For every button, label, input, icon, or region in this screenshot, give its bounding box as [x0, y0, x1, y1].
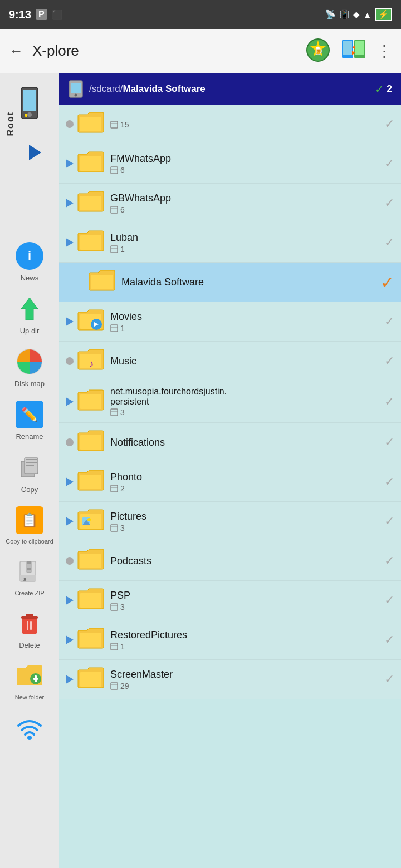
signal-icon: ◆	[353, 9, 360, 19]
folder-icon-malavida	[88, 268, 116, 296]
svg-point-32	[27, 736, 32, 740]
file-item-podcasts[interactable]: Podcasts ✓	[59, 541, 401, 581]
file-item-screenmaster[interactable]: ScreenMaster 29 ✓	[59, 660, 401, 699]
checkmark-netmusopia: ✓	[384, 394, 394, 409]
path-text: /sdcard/Malavida Software	[89, 83, 206, 95]
file-item-psp[interactable]: PSP 3 ✓	[59, 581, 401, 620]
svg-rect-56	[80, 394, 101, 409]
svg-rect-39	[80, 156, 101, 171]
svg-rect-46	[111, 246, 118, 253]
sidebar-item-createzip[interactable]: 8 Create ZIP	[0, 551, 59, 601]
svg-rect-27	[27, 621, 28, 630]
file-info-podcasts: Podcasts	[110, 555, 384, 567]
sidebar-updir-label: Up dir	[20, 327, 40, 335]
checkmark-phonto: ✓	[384, 475, 394, 489]
file-item-notifications[interactable]: Notifications ✓	[59, 423, 401, 462]
file-item-movies[interactable]: Movies 1 ✓	[59, 302, 401, 342]
wifi-status-icon: ▲	[363, 10, 371, 19]
svg-rect-74	[111, 643, 118, 650]
path-phone-icon	[68, 80, 84, 98]
sidebar-item-copy-clipboard[interactable]: 📋 Copy to clipboard	[0, 499, 59, 550]
file-info-notifications: Notifications	[110, 437, 384, 448]
file-item-phonto[interactable]: Phonto 2 ✓	[59, 462, 401, 502]
svg-rect-18	[20, 575, 36, 581]
filemeta-fmwhatsapp: 6	[110, 166, 384, 175]
copy-icon	[16, 453, 43, 481]
menu-button[interactable]: ⋮	[376, 42, 392, 60]
svg-rect-43	[111, 206, 118, 213]
sidebar-item-wifi[interactable]	[0, 706, 59, 748]
path-header: /sdcard/Malavida Software ✓ 2	[59, 73, 401, 105]
newfolder-icon	[16, 662, 43, 690]
filename-fmwhatsapp: FMWhatsApp	[110, 153, 384, 165]
sidebar-copy-label: Copy	[21, 485, 38, 494]
svg-rect-45	[80, 235, 101, 250]
badge-icon: 🍺	[305, 37, 331, 63]
svg-rect-60	[80, 475, 101, 489]
svg-rect-70	[80, 593, 101, 608]
sidebar-item-updir[interactable]: Up dir	[0, 288, 59, 339]
parking-icon: P	[36, 9, 47, 20]
play-arrow-icon	[66, 159, 74, 168]
svg-rect-15	[26, 462, 37, 463]
sidebar-clipboard-label: Copy to clipboard	[6, 538, 53, 545]
back-button[interactable]: ←	[9, 42, 23, 60]
sidebar-item-copy[interactable]: Copy	[0, 446, 59, 498]
filemeta-gbwhatsapp: 6	[110, 205, 384, 214]
filename-malavida: Malavida Software	[121, 277, 380, 288]
folder-icon-music: ♪	[77, 347, 105, 375]
play-arrow-pictures	[66, 517, 74, 526]
file-item-netmusopia[interactable]: net.musopia.fourchordsjustin.persistent …	[59, 381, 401, 423]
folder-icon-netmusopia	[77, 388, 105, 416]
folder-icon-0	[77, 110, 105, 138]
bullet-podcasts	[66, 557, 74, 565]
file-item-malavida[interactable]: Malavida Software ✓	[59, 263, 401, 302]
sidebar-item-rename[interactable]: ✏️ Rename	[0, 393, 59, 445]
file-item-gbwhatsapp[interactable]: GBWhatsApp 6 ✓	[59, 184, 401, 223]
app-title: X-plore	[32, 42, 296, 60]
file-info-malavida: Malavida Software	[121, 277, 380, 288]
svg-rect-76	[80, 672, 101, 687]
play-arrow-phonto	[66, 477, 74, 486]
svg-rect-4	[343, 41, 352, 55]
file-item-luban[interactable]: Luban 1 ✓	[59, 223, 401, 263]
bullet-notifications	[66, 438, 74, 446]
sidebar-diskmap-label: Disk map	[14, 379, 45, 388]
sidebar-news-label: News	[21, 274, 39, 282]
file-info-music: Music	[110, 356, 384, 367]
sidebar-item-news[interactable]: i News	[0, 235, 59, 287]
svg-rect-6	[355, 41, 364, 55]
folder-icon-podcasts	[77, 547, 105, 575]
folder-icon-notifications	[77, 428, 105, 456]
sidebar-item-newfolder[interactable]: New folder	[0, 655, 59, 705]
svg-text:🍺: 🍺	[314, 46, 324, 56]
file-item-fmwhatsapp[interactable]: FMWhatsApp 6 ✓	[59, 144, 401, 184]
sidebar-item-delete[interactable]: Delete	[0, 602, 59, 654]
file-item-0[interactable]: 15 ✓	[59, 105, 401, 144]
sidebar-newfolder-label: New folder	[15, 694, 45, 701]
svg-text:♪: ♪	[89, 358, 94, 369]
play-arrow-restoredpictures	[66, 635, 74, 644]
top-bar-icons: 🍺 ⋮	[305, 37, 392, 65]
file-item-pictures[interactable]: Pictures 3 ✓	[59, 502, 401, 541]
zip-icon: 8	[16, 558, 43, 586]
badge-button[interactable]: 🍺	[305, 37, 331, 65]
transfer-button[interactable]	[341, 37, 366, 65]
svg-rect-42	[80, 196, 101, 210]
svg-rect-59	[80, 435, 101, 450]
status-bar: 9:13 P ⬛ 📡 📳 ◆ ▲ ⚡	[0, 0, 401, 29]
checkmark-pictures: ✓	[384, 514, 394, 529]
file-item-music[interactable]: ♪ Music ✓	[59, 342, 401, 381]
news-icon: i	[16, 242, 43, 270]
checkmark-movies: ✓	[384, 314, 394, 329]
svg-rect-28	[30, 621, 32, 630]
file-info-fmwhatsapp: FMWhatsApp 6	[110, 153, 384, 175]
filename-restoredpictures: RestoredPictures	[110, 629, 384, 641]
file-info-luban: Luban 1	[110, 232, 384, 254]
folder-icon-fmwhatsapp	[77, 150, 105, 177]
checkmark-podcasts: ✓	[384, 554, 394, 568]
checkmark-notifications: ✓	[384, 435, 394, 450]
sidebar-item-diskmap[interactable]: Disk map	[0, 341, 59, 392]
file-item-restoredpictures[interactable]: RestoredPictures 1 ✓	[59, 620, 401, 660]
filename-gbwhatsapp: GBWhatsApp	[110, 193, 384, 204]
